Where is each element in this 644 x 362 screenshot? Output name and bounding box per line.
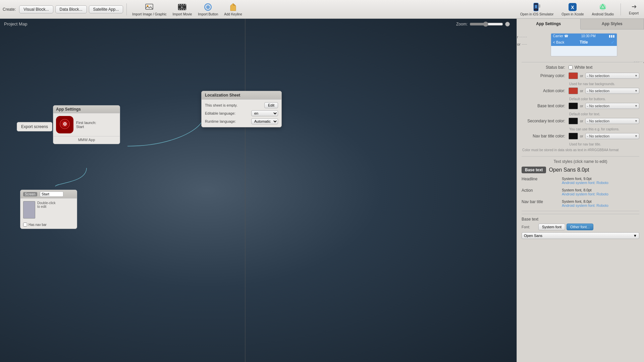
import-image-button[interactable]: Import Image / Graphic xyxy=(130,2,168,17)
has-nav-bar-label: Has nav bar xyxy=(29,223,47,227)
screen-badge: Screen xyxy=(23,192,37,196)
svg-rect-23 xyxy=(538,4,540,8)
export-button[interactable]: Export xyxy=(626,3,641,16)
secondary-text-color-swatch[interactable] xyxy=(569,118,578,124)
action-style-info: System font, 8.0pt Android system font: … xyxy=(562,188,639,196)
project-map[interactable]: Project Map Zoom: Export screens App Set… xyxy=(0,19,517,362)
phone-status-bar: Carrier ☎ 10:30 PM ▮▮▮ xyxy=(551,34,617,39)
white-text-toggle: White text xyxy=(569,65,592,70)
open-ios-simulator-button[interactable]: Open in iOS Simulator xyxy=(518,2,556,17)
action-color-content: or - No selection ▼ xyxy=(569,87,639,94)
action-color-dash xyxy=(634,62,642,62)
app-settings-node[interactable]: App Settings ⚙ First launch: Start xyxy=(53,105,120,144)
svg-text:X: X xyxy=(571,5,575,10)
nav-bar-title-color-or: or xyxy=(580,134,583,138)
secondary-text-color-select[interactable]: - No selection ▼ xyxy=(585,118,639,124)
import-movie-button[interactable]: Import Movie xyxy=(171,2,194,17)
primary-color-dash xyxy=(522,44,527,45)
has-nav-bar-checkbox[interactable] xyxy=(23,223,27,227)
screen-node[interactable]: Screen Double-clickto edit Has nav bar xyxy=(20,190,77,229)
svg-rect-6 xyxy=(181,4,182,5)
nav-bar-title-color-select[interactable]: - No selection ▼ xyxy=(585,133,639,139)
text-styles-title: Text styles (click name to edit) xyxy=(522,159,639,164)
svg-rect-11 xyxy=(183,9,184,10)
font-row: Font: System font Other font... xyxy=(522,224,639,230)
action-color-select[interactable]: - No selection ▼ xyxy=(585,88,639,94)
status-bar-row: Status bar: White text xyxy=(522,65,639,70)
primary-color-swatch[interactable] xyxy=(569,72,578,79)
nav-bar-title-hint2: Color must be stored in data slots as te… xyxy=(522,148,640,154)
localization-dialog[interactable]: Localization Sheet This sheet is empty. … xyxy=(201,91,282,127)
import-button-icon: ⊕ xyxy=(203,2,213,12)
primary-color-select[interactable]: - No selection ▼ xyxy=(585,73,639,79)
svg-rect-4 xyxy=(178,8,186,9)
xcode-icon: X xyxy=(568,2,577,12)
right-panel-tabs: App Settings App Styles xyxy=(517,19,644,29)
nav-bar-title-color-label: Nav bar title color: xyxy=(522,134,569,138)
satellite-app-button[interactable]: Satellite App... xyxy=(89,5,123,13)
visual-block-button[interactable]: Visual Block... xyxy=(19,5,53,13)
action-color-swatch[interactable] xyxy=(569,87,578,94)
editable-language-label: Editable language: xyxy=(205,111,235,115)
base-text-color-label: Base text color: xyxy=(522,104,569,108)
base-text-color-dropdown-label: - No selection xyxy=(587,104,609,108)
nav-bar-title-color-swatch[interactable] xyxy=(569,133,578,139)
screen-name-input[interactable] xyxy=(40,191,63,197)
headline-style-label[interactable]: Headline xyxy=(522,177,562,181)
svg-text:⊕: ⊕ xyxy=(206,4,210,10)
font-value: Open Sans xyxy=(524,234,542,238)
action-style-label[interactable]: Action xyxy=(522,188,562,193)
secondary-text-color-content: or - No selection ▼ xyxy=(569,118,639,124)
android-studio-button[interactable]: Android Studio xyxy=(589,2,616,17)
toolbar: Create: Visual Block... Data Block... Sa… xyxy=(0,0,644,19)
screen-thumbnail xyxy=(23,201,35,219)
data-block-button[interactable]: Data Block... xyxy=(55,5,87,13)
svg-rect-21 xyxy=(535,5,537,8)
font-select[interactable]: Open Sans ▼ xyxy=(522,232,639,239)
nav-bar-title-style-label[interactable]: Nav bar title xyxy=(522,199,562,204)
tab-app-settings[interactable]: App Settings xyxy=(517,19,581,29)
base-text-color-content: or - No selection ▼ xyxy=(569,103,639,109)
svg-rect-7 xyxy=(183,4,184,5)
open-xcode-button[interactable]: X Open in Xcode xyxy=(559,2,586,17)
primary-color-dropdown-label: - No selection xyxy=(587,74,609,78)
headline-ios: System font, 9.0pt xyxy=(562,177,639,181)
import-button-button[interactable]: ⊕ Import Button xyxy=(196,2,220,17)
phone-title: Title xyxy=(580,40,588,45)
right-panel-content: Status bar Primary color Action color xyxy=(517,29,644,362)
action-color-label: Action color: xyxy=(522,88,569,93)
other-font-button[interactable]: Other font... xyxy=(567,224,593,230)
localization-edit-button[interactable]: Edit xyxy=(264,102,278,108)
add-keyline-button[interactable]: Add Keyline xyxy=(222,2,244,17)
zoom-slider[interactable] xyxy=(470,21,503,27)
white-text-checkbox[interactable] xyxy=(569,65,573,69)
import-movie-label: Import Movie xyxy=(173,12,192,16)
primary-color-pointer-label: Primary color xyxy=(517,42,521,46)
secondary-text-color-hint: You can use this e.g. for captions. xyxy=(522,127,639,133)
runtime-language-select[interactable]: Automatic xyxy=(251,118,278,124)
editable-language-row: Editable language: en xyxy=(205,110,278,116)
nav-bar-title-hint1: Used for nav bar title. xyxy=(522,142,639,148)
primary-color-arrow: ▼ xyxy=(635,74,638,77)
app-settings-info: First launch: Start xyxy=(76,121,96,129)
runtime-language-label: Runtime language: xyxy=(205,119,236,123)
nav-bar-title-color-row: Nav bar title color: or - No selection ▼ xyxy=(522,133,639,139)
system-font-button[interactable]: System font xyxy=(538,224,565,230)
base-text-style-button[interactable]: Base text xyxy=(522,167,546,173)
phone-body xyxy=(551,46,617,56)
screen-footer: Has nav bar xyxy=(20,221,77,229)
action-color-hint: Default color for buttons. xyxy=(522,97,639,103)
editable-language-select[interactable]: en xyxy=(251,110,278,116)
section-divider-3 xyxy=(522,211,639,211)
white-text-label: White text xyxy=(575,65,592,70)
base-text-color-swatch[interactable] xyxy=(569,103,578,109)
tab-app-styles[interactable]: App Styles xyxy=(581,19,644,29)
phone-preview: Carrier ☎ 10:30 PM ▮▮▮ < Back Title ✓ xyxy=(550,33,618,57)
action-android: Android system font: Roboto xyxy=(562,192,639,196)
svg-rect-8 xyxy=(185,4,186,5)
phone-battery: ▮▮▮ xyxy=(609,34,615,38)
import-image-label: Import Image / Graphic xyxy=(132,12,166,16)
base-text-color-select[interactable]: - No selection ▼ xyxy=(585,103,639,109)
export-screens-node[interactable]: Export screens xyxy=(17,122,52,131)
base-text-color-hint: Default color for text. xyxy=(522,112,639,118)
